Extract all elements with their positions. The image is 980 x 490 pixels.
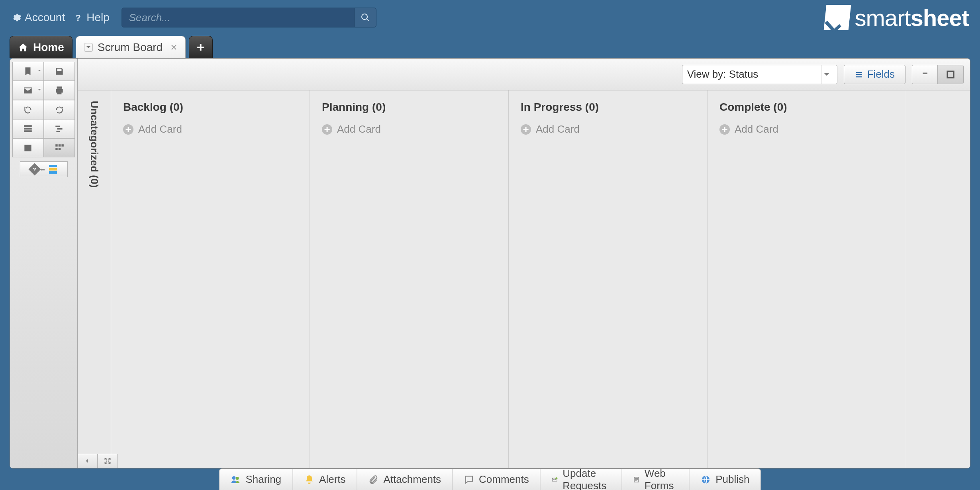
new-tab-button[interactable]: + — [189, 36, 213, 58]
lane-backlog: Backlog (0) + Add Card — [111, 90, 310, 468]
calendar-view-button[interactable]: 31 — [12, 138, 44, 157]
update-requests-button[interactable]: Update Requests — [541, 469, 622, 490]
view-toolbar: View by: Status Fields — [78, 59, 970, 90]
home-icon — [18, 42, 28, 53]
layout-toggle — [912, 65, 964, 84]
undo-button[interactable] — [12, 100, 44, 119]
search-box — [122, 8, 376, 27]
view-by-select[interactable]: View by: Status — [682, 65, 837, 84]
svg-point-5 — [236, 476, 239, 480]
tab-label: Scrum Board — [98, 41, 163, 54]
svg-rect-2 — [923, 73, 927, 74]
save-button[interactable] — [44, 62, 75, 81]
compact-layout-button[interactable] — [912, 65, 938, 84]
card-view-button[interactable] — [44, 138, 75, 157]
lane-title: Backlog (0) — [123, 101, 298, 114]
uncategorized-label: Uncategorized (0) — [88, 101, 100, 188]
web-forms-button[interactable]: Web Forms — [622, 469, 690, 490]
print-icon — [54, 85, 65, 96]
diamond-icon: ? — [28, 163, 41, 175]
color-bars-icon — [49, 165, 57, 174]
bottom-toolbar: Sharing Alerts Attachments Comments Upda… — [219, 468, 761, 490]
sharing-label: Sharing — [245, 473, 281, 486]
kanban-board: Uncategorized (0) Backlog (0) + Add Card… — [78, 90, 970, 468]
lane-title: Planning (0) — [322, 101, 496, 114]
alerts-button[interactable]: Alerts — [293, 469, 357, 490]
lane-title: Complete (0) — [719, 101, 894, 114]
plus-icon: + — [719, 124, 730, 135]
compact-icon — [920, 72, 930, 77]
fields-button[interactable]: Fields — [844, 65, 906, 84]
lanes-container: Backlog (0) + Add Card Planning (0) + Ad… — [111, 90, 970, 468]
workspace: 31 ? ⬅ View by: Status Fiel — [10, 58, 970, 468]
add-card-button[interactable]: + Add Card — [322, 123, 496, 135]
add-card-button[interactable]: + Add Card — [719, 123, 894, 135]
mail-button[interactable] — [12, 81, 44, 100]
home-label: Home — [33, 41, 64, 54]
fields-label: Fields — [867, 68, 895, 80]
gantt-icon — [54, 123, 65, 134]
comments-button[interactable]: Comments — [453, 469, 541, 490]
mail-icon — [23, 85, 33, 96]
calendar-icon: 31 — [23, 143, 33, 153]
comments-label: Comments — [479, 473, 529, 486]
lane-complete: Complete (0) + Add Card — [708, 90, 906, 468]
bookmark-button[interactable] — [12, 62, 44, 81]
bookmark-icon — [23, 66, 33, 76]
print-button[interactable] — [44, 81, 75, 100]
redo-button[interactable] — [44, 100, 75, 119]
help-label: Help — [86, 11, 110, 24]
add-card-label: Add Card — [735, 123, 778, 135]
lane-planning: Planning (0) + Add Card — [310, 90, 509, 468]
collapse-button[interactable] — [78, 454, 98, 468]
update-requests-label: Update Requests — [563, 467, 610, 490]
add-card-label: Add Card — [337, 123, 381, 135]
attachments-button[interactable]: Attachments — [357, 469, 453, 490]
expand-button[interactable] — [98, 454, 118, 468]
brand-text: smartsheet — [855, 4, 969, 31]
grid-icon — [23, 123, 33, 134]
chevron-down-icon — [821, 65, 832, 84]
full-layout-button[interactable] — [938, 65, 963, 84]
publish-label: Publish — [715, 473, 749, 486]
publish-button[interactable]: Publish — [689, 469, 760, 490]
undo-icon — [23, 104, 33, 115]
help-link[interactable]: ? Help — [73, 11, 110, 24]
collapse-icon — [84, 457, 92, 465]
web-forms-label: Web Forms — [645, 467, 678, 490]
search-input[interactable] — [122, 12, 355, 24]
globe-icon — [700, 474, 711, 485]
full-icon — [946, 70, 955, 79]
tab-menu-icon[interactable] — [84, 43, 93, 52]
plus-icon: + — [521, 124, 531, 135]
highlight-button[interactable]: ? ⬅ — [20, 161, 68, 177]
sharing-button[interactable]: Sharing — [219, 469, 293, 490]
svg-point-7 — [556, 477, 558, 479]
home-tab[interactable]: Home — [10, 36, 73, 58]
top-bar: Account ? Help smartsheet — [0, 0, 980, 35]
brand-logo: smartsheet — [825, 4, 969, 31]
add-card-button[interactable]: + Add Card — [123, 123, 298, 135]
sheet-tab[interactable]: Scrum Board × — [76, 36, 186, 58]
plus-icon: + — [322, 124, 332, 135]
attachments-label: Attachments — [384, 473, 441, 486]
svg-rect-3 — [947, 71, 954, 78]
content-area: View by: Status Fields Uncategorized (0) — [78, 59, 970, 468]
gantt-view-button[interactable] — [44, 119, 75, 138]
lane-in-progress: In Progress (0) + Add Card — [509, 90, 708, 468]
bottom-left-controls — [78, 454, 118, 468]
close-icon[interactable]: × — [171, 42, 177, 53]
lane-title: In Progress (0) — [521, 101, 695, 114]
left-toolbar: 31 ? ⬅ — [10, 59, 78, 468]
add-card-button[interactable]: + Add Card — [521, 123, 695, 135]
grid-view-button[interactable] — [12, 119, 44, 138]
svg-point-4 — [232, 476, 236, 480]
add-card-label: Add Card — [138, 123, 182, 135]
list-icon — [855, 70, 863, 79]
search-button[interactable] — [355, 8, 376, 27]
paperclip-icon — [368, 474, 379, 485]
expand-icon — [104, 457, 112, 465]
uncategorized-column[interactable]: Uncategorized (0) — [78, 90, 111, 468]
account-link[interactable]: Account — [11, 11, 65, 24]
view-by-label: View by: Status — [687, 68, 759, 80]
